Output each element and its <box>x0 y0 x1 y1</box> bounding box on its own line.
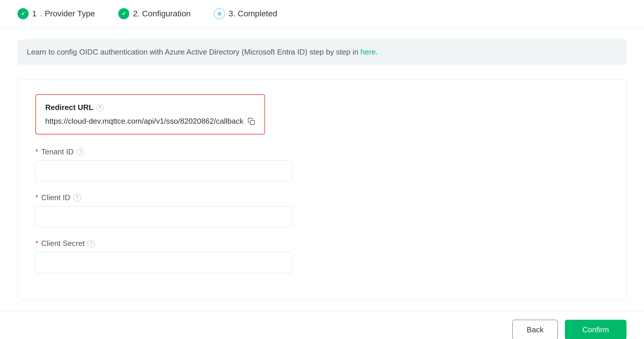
form-card: Redirect URL ? https://cloud-dev.mqttce.… <box>18 79 626 300</box>
stepper: ✓ 1 . Provider Type ✓ 2. Configuration 3… <box>0 0 644 28</box>
step-2-label: 2. Configuration <box>133 9 191 18</box>
client-secret-label-text: Client Secret <box>41 239 85 248</box>
redirect-url-value: https://cloud-dev.mqttce.com/api/v1/sso/… <box>45 117 255 126</box>
redirect-url-label-text: Redirect URL <box>45 103 93 112</box>
redirect-url-help-icon[interactable]: ? <box>96 104 104 111</box>
step-2-configuration: ✓ 2. Configuration <box>118 8 191 19</box>
step-1-provider-type: ✓ 1 . Provider Type <box>18 8 95 19</box>
client-id-label: * Client ID ? <box>35 193 609 202</box>
tenant-id-label-text: Tenant ID <box>41 147 74 156</box>
client-secret-label: * Client Secret ? <box>35 239 609 248</box>
client-secret-help-icon[interactable]: ? <box>88 240 95 247</box>
tenant-id-help-icon[interactable]: ? <box>76 148 84 156</box>
main-content: Learn to config OIDC authentication with… <box>0 28 644 311</box>
redirect-url-label: Redirect URL ? <box>45 103 255 112</box>
step-3-label: 3. Completed <box>229 9 277 18</box>
step-1-checkmark: ✓ <box>21 11 25 17</box>
svg-rect-0 <box>250 120 255 124</box>
footer: Back Confirm <box>0 311 644 339</box>
client-id-required-star: * <box>35 193 38 202</box>
step-2-icon: ✓ <box>118 8 129 19</box>
info-banner-link[interactable]: here <box>361 48 376 56</box>
redirect-url-url-text: https://cloud-dev.mqttce.com/api/v1/sso/… <box>45 117 243 126</box>
client-id-label-text: Client ID <box>41 193 70 202</box>
step-3-active-dot <box>217 12 222 16</box>
back-button[interactable]: Back <box>512 320 558 339</box>
tenant-id-label: * Tenant ID ? <box>35 147 609 156</box>
client-id-help-icon[interactable]: ? <box>73 194 81 202</box>
tenant-id-field: * Tenant ID ? <box>35 147 609 181</box>
redirect-url-box: Redirect URL ? https://cloud-dev.mqttce.… <box>35 94 265 134</box>
info-banner-suffix: . <box>376 48 378 56</box>
confirm-button[interactable]: Confirm <box>565 320 626 339</box>
info-banner-text: Learn to config OIDC authentication with… <box>27 48 361 56</box>
tenant-id-required-star: * <box>35 147 38 156</box>
client-secret-input[interactable] <box>35 252 292 273</box>
step-1-label: 1 <box>32 9 37 18</box>
client-secret-required-star: * <box>35 239 38 248</box>
step-1-icon: ✓ <box>18 8 29 19</box>
client-secret-field: * Client Secret ? <box>35 239 609 273</box>
client-id-input[interactable] <box>35 206 292 227</box>
info-banner: Learn to config OIDC authentication with… <box>18 39 626 65</box>
tenant-id-input[interactable] <box>35 160 292 181</box>
step-2-checkmark: ✓ <box>122 11 126 17</box>
step-1-label-text: . Provider Type <box>40 9 95 18</box>
step-3-icon <box>214 8 225 19</box>
client-id-field: * Client ID ? <box>35 193 609 227</box>
step-3-completed: 3. Completed <box>214 8 277 19</box>
copy-icon[interactable] <box>248 118 255 125</box>
